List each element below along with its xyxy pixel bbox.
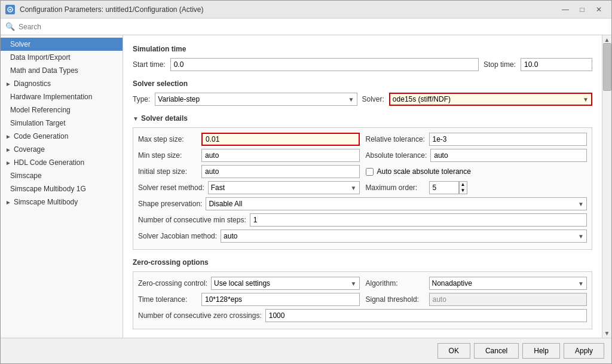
initial-step-size-input[interactable] <box>201 165 360 178</box>
sidebar-item-diagnostics[interactable]: ► Diagnostics <box>1 77 123 90</box>
sidebar-item-simscape[interactable]: Simscape <box>1 169 123 182</box>
apply-button[interactable]: Apply <box>564 343 604 359</box>
sidebar-model-label: Model Referencing <box>10 106 71 114</box>
window-controls: — □ ✕ <box>558 4 607 16</box>
sidebar-solver-label: Solver <box>10 40 30 48</box>
consec-zero-crossings-label: Number of consecutive zero crossings: <box>138 311 262 320</box>
time-tolerance-row: Time tolerance: <box>138 293 360 306</box>
sidebar-item-data-import-export[interactable]: Data Import/Export <box>1 51 123 64</box>
type-select-value: Variable-step <box>158 95 200 103</box>
type-select-arrow-icon: ▼ <box>348 96 354 103</box>
sidebar-hardware-label: Hardware Implementation <box>10 93 92 101</box>
solver-jacobian-value: auto <box>224 232 237 240</box>
solver-details-section: ▼ Solver details Max step size: Relative… <box>133 114 592 250</box>
start-time-label: Start time: <box>133 60 166 69</box>
cancel-button[interactable]: Cancel <box>474 343 519 359</box>
sidebar-hdl-label: HDL Code Generation <box>14 158 84 167</box>
sidebar-item-coverage[interactable]: ► Coverage <box>1 143 123 156</box>
auto-scale-label: Auto scale absolute tolerance <box>377 167 471 176</box>
max-step-size-label: Max step size: <box>138 135 198 143</box>
sidebar-item-solver[interactable]: Solver <box>1 38 123 51</box>
shape-preservation-row: Shape preservation: Disable All ▼ <box>138 197 587 210</box>
footer: OK Cancel Help Apply <box>1 338 611 363</box>
relative-tolerance-label: Relative tolerance: <box>366 135 426 143</box>
initial-step-size-row: Initial step size: <box>138 165 360 178</box>
sidebar-data-label: Data Import/Export <box>10 53 71 62</box>
solver-jacobian-arrow-icon: ▼ <box>578 233 584 240</box>
shape-preservation-select[interactable]: Disable All ▼ <box>206 197 587 210</box>
sidebar-item-model-referencing[interactable]: Model Referencing <box>1 103 123 117</box>
solver-details-collapse[interactable]: ▼ Solver details <box>133 114 592 123</box>
minimize-button[interactable]: — <box>558 4 573 16</box>
maximum-order-down-button[interactable]: ▼ <box>460 188 467 194</box>
solver-select[interactable]: ode15s (stiff/NDF) ▼ <box>389 93 592 106</box>
solver-reset-row: Solver reset method: Fast ▼ <box>138 181 360 194</box>
solver-reset-label: Solver reset method: <box>138 183 204 192</box>
search-bar: 🔍 <box>1 19 611 35</box>
scrollbar-track: ▲ ▼ <box>602 35 611 338</box>
absolute-tolerance-input[interactable] <box>430 149 587 162</box>
sidebar-item-simscape-multibody[interactable]: ► Simscape Multibody <box>1 195 123 209</box>
title-bar: Configuration Parameters: untitled1/Conf… <box>1 1 611 19</box>
scrollbar-up-arrow[interactable]: ▲ <box>604 36 610 43</box>
solver-jacobian-select[interactable]: auto ▼ <box>221 230 587 243</box>
sidebar-diagnostics-label: Diagnostics <box>14 79 51 88</box>
type-select[interactable]: Variable-step ▼ <box>155 93 357 106</box>
sidebar-item-math-and-data-types[interactable]: Math and Data Types <box>1 64 123 77</box>
absolute-tolerance-label: Absolute tolerance: <box>366 151 427 160</box>
scrollbar-thumb[interactable] <box>603 43 611 91</box>
solver-details-title: Solver details <box>141 114 188 123</box>
consec-zero-crossings-input[interactable] <box>265 309 587 322</box>
close-button[interactable]: ✕ <box>591 4 607 16</box>
solver-reset-value: Fast <box>211 183 225 192</box>
consec-min-steps-label: Number of consecutive min steps: <box>138 216 246 224</box>
solver-select-value: ode15s (stiff/NDF) <box>393 95 451 103</box>
zc-control-value: Use local settings <box>214 279 270 287</box>
algorithm-label: Algorithm: <box>366 279 426 287</box>
zc-control-arrow-icon: ▼ <box>351 280 357 287</box>
maximize-button[interactable]: □ <box>574 4 590 16</box>
maximum-order-input[interactable] <box>429 181 459 194</box>
solver-selection-section: Solver selection Type: Variable-step ▼ S… <box>133 79 592 106</box>
algorithm-row: Algorithm: Nonadaptive ▼ <box>366 277 587 290</box>
solver-reset-select[interactable]: Fast ▼ <box>208 181 360 194</box>
relative-tolerance-row: Relative tolerance: <box>366 133 587 146</box>
scrollbar-down-arrow[interactable]: ▼ <box>604 330 610 337</box>
initial-step-size-label: Initial step size: <box>138 167 198 176</box>
sidebar-item-hardware-implementation[interactable]: Hardware Implementation <box>1 90 123 103</box>
ok-button[interactable]: OK <box>437 343 470 359</box>
zc-control-label: Zero-crossing control: <box>138 279 207 287</box>
search-input[interactable] <box>19 23 607 31</box>
algorithm-arrow-icon: ▼ <box>578 280 584 287</box>
sidebar-item-hdl-code-generation[interactable]: ► HDL Code Generation <box>1 156 123 169</box>
sidebar-item-simscape-multibody-1g[interactable]: Simscape Multibody 1G <box>1 182 123 195</box>
shape-preservation-label: Shape preservation: <box>138 200 202 208</box>
help-button[interactable]: Help <box>522 343 560 359</box>
auto-scale-row: Auto scale absolute tolerance <box>366 167 587 176</box>
auto-scale-checkbox[interactable] <box>366 168 374 176</box>
solver-details-arrow-icon: ▼ <box>133 115 139 122</box>
algorithm-select[interactable]: Nonadaptive ▼ <box>429 277 587 290</box>
sidebar-item-simulation-target[interactable]: Simulation Target <box>1 117 123 130</box>
consec-zero-crossings-row: Number of consecutive zero crossings: <box>138 309 587 322</box>
min-step-size-input[interactable] <box>201 149 360 162</box>
solver-label: Solver: <box>362 95 384 103</box>
maximum-order-up-button[interactable]: ▲ <box>460 182 467 188</box>
maximum-order-spinner: ▲ ▼ <box>459 181 467 194</box>
zero-crossing-section: Zero-crossing options Zero-crossing cont… <box>133 258 592 329</box>
relative-tolerance-input[interactable] <box>429 133 587 146</box>
time-tolerance-input[interactable] <box>201 293 360 306</box>
consec-min-steps-input[interactable] <box>250 213 587 227</box>
zc-control-select[interactable]: Use local settings ▼ <box>211 277 359 290</box>
main-content: Solver Data Import/Export Math and Data … <box>1 35 611 338</box>
start-time-input[interactable] <box>170 58 479 71</box>
max-step-size-input[interactable] <box>201 133 360 146</box>
signal-threshold-input[interactable] <box>429 293 587 306</box>
stop-time-input[interactable] <box>521 58 592 71</box>
algorithm-value: Nonadaptive <box>432 279 472 287</box>
min-step-size-row: Min step size: <box>138 149 360 162</box>
diagnostics-arrow-icon: ► <box>5 81 11 87</box>
sidebar-item-code-generation[interactable]: ► Code Generation <box>1 130 123 143</box>
main-window: Configuration Parameters: untitled1/Conf… <box>0 0 612 364</box>
sidebar-math-label: Math and Data Types <box>10 66 78 75</box>
